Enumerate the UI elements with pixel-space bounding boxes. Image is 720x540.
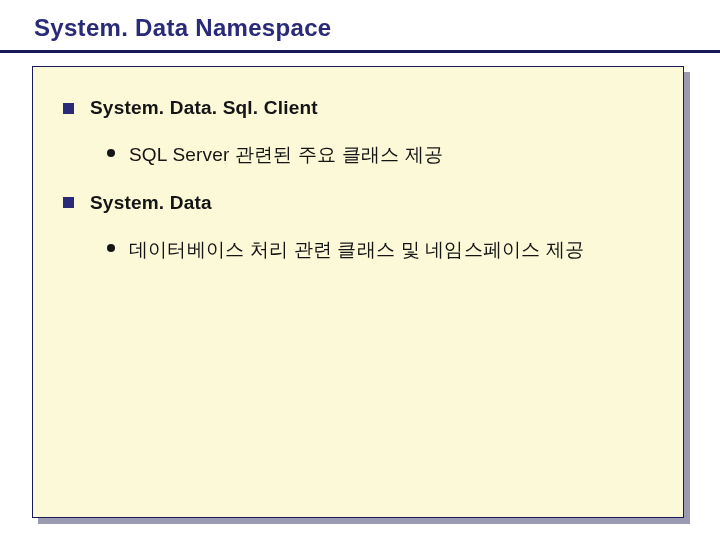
level1-label: System. Data. Sql. Client xyxy=(90,97,318,119)
content-panel: System. Data. Sql. Client SQL Server 관련된… xyxy=(32,66,684,518)
level1-label: System. Data xyxy=(90,192,212,214)
disc-bullet-icon xyxy=(107,149,115,157)
level1-line: System. Data. Sql. Client xyxy=(63,97,653,119)
list-item: SQL Server 관련된 주요 클래스 제공 xyxy=(107,141,653,170)
level1-line: System. Data xyxy=(63,192,653,214)
level2-text: 데이터베이스 처리 관련 클래스 및 네임스페이스 제공 xyxy=(129,236,584,265)
title-area: System. Data Namespace xyxy=(0,0,720,50)
square-bullet-icon xyxy=(63,197,74,208)
level2-text: SQL Server 관련된 주요 클래스 제공 xyxy=(129,141,443,170)
slide-title: System. Data Namespace xyxy=(34,14,720,42)
disc-bullet-icon xyxy=(107,244,115,252)
list-item: System. Data 데이터베이스 처리 관련 클래스 및 네임스페이스 제… xyxy=(63,192,653,265)
title-divider xyxy=(0,50,720,53)
list-item: 데이터베이스 처리 관련 클래스 및 네임스페이스 제공 xyxy=(107,236,653,265)
square-bullet-icon xyxy=(63,103,74,114)
list-item: System. Data. Sql. Client SQL Server 관련된… xyxy=(63,97,653,170)
